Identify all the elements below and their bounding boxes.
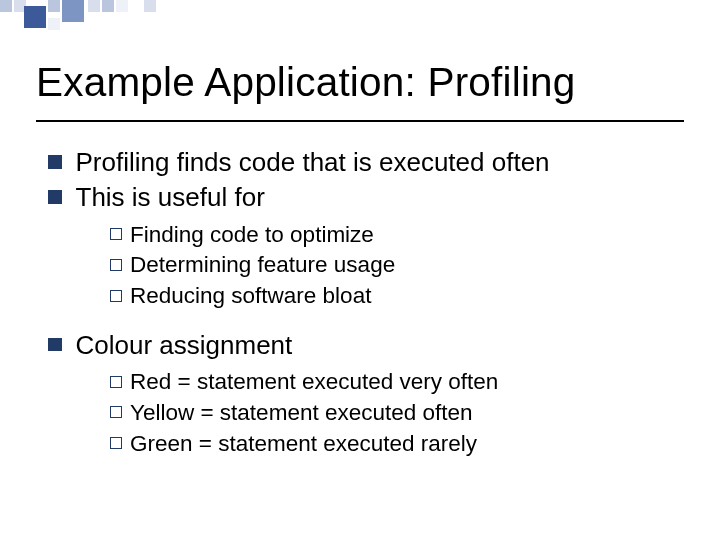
list-subitem-text: Yellow = statement executed often: [130, 399, 473, 428]
svg-rect-8: [116, 0, 128, 12]
title-separator: [36, 120, 684, 122]
corner-ornament: [0, 0, 158, 40]
svg-rect-3: [88, 0, 100, 12]
square-bullet-icon: [48, 155, 62, 169]
hollow-square-bullet-icon: [110, 259, 122, 271]
slide: Example Application: Profiling Profiling…: [0, 0, 720, 540]
slide-title: Example Application: Profiling: [36, 60, 684, 105]
list-item: This is useful for: [48, 181, 680, 214]
list-item: Profiling finds code that is executed of…: [48, 146, 680, 179]
list-item-text: Profiling finds code that is executed of…: [76, 146, 550, 179]
list-subitem-text: Determining feature usage: [130, 251, 395, 280]
hollow-square-bullet-icon: [110, 228, 122, 240]
hollow-square-bullet-icon: [110, 290, 122, 302]
svg-rect-2: [48, 0, 60, 12]
square-bullet-icon: [48, 338, 62, 352]
list-item: Colour assignment: [48, 329, 680, 362]
list-item-text: This is useful for: [76, 181, 265, 214]
slide-body: Profiling finds code that is executed of…: [48, 146, 680, 475]
hollow-square-bullet-icon: [110, 376, 122, 388]
list-subitem-text: Finding code to optimize: [130, 221, 374, 250]
svg-rect-0: [0, 0, 12, 12]
list-subitem-text: Reducing software bloat: [130, 282, 371, 311]
list-subitem-text: Green = statement executed rarely: [130, 430, 477, 459]
svg-rect-5: [62, 0, 84, 22]
hollow-square-bullet-icon: [110, 437, 122, 449]
list-subitem: Determining feature usage: [110, 251, 680, 280]
svg-rect-7: [102, 0, 114, 12]
list-subitem: Red = statement executed very often: [110, 368, 680, 397]
list-subitem-text: Red = statement executed very often: [130, 368, 498, 397]
square-bullet-icon: [48, 190, 62, 204]
list-subitem: Finding code to optimize: [110, 221, 680, 250]
svg-rect-4: [24, 6, 46, 28]
svg-rect-6: [48, 18, 60, 30]
list-subitem: Green = statement executed rarely: [110, 430, 680, 459]
list-subitem: Yellow = statement executed often: [110, 399, 680, 428]
hollow-square-bullet-icon: [110, 406, 122, 418]
svg-rect-9: [144, 0, 156, 12]
list-item-text: Colour assignment: [76, 329, 293, 362]
list-subitem: Reducing software bloat: [110, 282, 680, 311]
